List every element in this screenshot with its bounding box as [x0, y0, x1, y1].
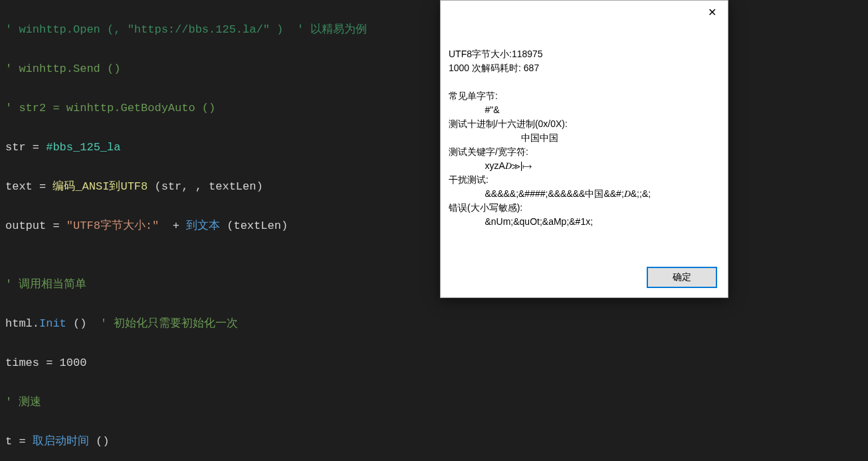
code-text: (str, , textLen) — [148, 180, 263, 193]
code-text: 到文本 — [186, 220, 220, 232]
close-button[interactable]: ✕ — [703, 5, 721, 19]
code-text: ' winhttp.Open (, "https://bbs.125.la/" … — [5, 23, 367, 36]
code-text: (textLen) — [220, 220, 288, 232]
code-text: times = 1000 — [5, 357, 86, 369]
code-text: text = — [5, 180, 53, 193]
code-text: ' 调用相当简单 — [5, 278, 86, 291]
dialog-text: xyzA𝐷≫|↦ — [449, 160, 532, 171]
code-text: str = — [5, 141, 46, 154]
dialog-footer: 确定 — [647, 267, 717, 288]
dialog-text: 常见单字节: — [449, 90, 498, 101]
dialog-text: 干扰测试: — [449, 174, 488, 185]
code-text: () — [66, 317, 100, 330]
ok-button[interactable]: 确定 — [647, 267, 717, 288]
code-text: + — [159, 220, 186, 232]
dialog-text: UTF8字节大小:118975 — [449, 49, 543, 59]
dialog-text: #"& — [449, 104, 500, 115]
dialog-body: UTF8字节大小:118975 1000 次解码耗时: 687 常见单字节: #… — [449, 47, 720, 229]
dialog-text: &&&&&;&####;&&&&&&中国&&#;𝐷&;;&; — [449, 188, 651, 199]
code-text: ' winhttp.Send () — [5, 63, 120, 75]
code-text: html. — [5, 317, 39, 330]
dialog-text: 测试十进制/十六进制(0x/0X): — [449, 118, 568, 129]
dialog-text: &nUm;&quOt;&aMp;&#1x; — [449, 216, 593, 227]
code-text: () — [89, 435, 110, 448]
message-box-dialog: ✕ UTF8字节大小:118975 1000 次解码耗时: 687 常见单字节:… — [440, 0, 728, 298]
close-icon: ✕ — [708, 6, 716, 19]
dialog-text: 测试关键字/宽字符: — [449, 146, 528, 157]
code-text: ' 初始化只需要初始化一次 — [100, 317, 238, 330]
code-text: "UTF8字节大小:" — [66, 220, 159, 232]
code-text: ' 测速 — [5, 396, 41, 408]
code-text: 取启动时间 — [33, 435, 89, 448]
code-editor[interactable]: ' winhttp.Open (, "https://bbs.125.la/" … — [0, 0, 868, 461]
code-text: ' str2 = winhttp.GetBodyAuto () — [5, 102, 215, 114]
dialog-text: 1000 次解码耗时: 687 — [449, 63, 539, 73]
code-text: Init — [39, 317, 66, 330]
code-text: #bbs_125_la — [46, 141, 120, 154]
dialog-text: 中国中国 — [449, 132, 558, 143]
code-text: output = — [5, 220, 66, 232]
dialog-text: 错误(大小写敏感): — [449, 202, 522, 213]
code-text: t = — [5, 435, 33, 448]
code-text: 编码_ANSI到UTF8 — [53, 180, 148, 193]
